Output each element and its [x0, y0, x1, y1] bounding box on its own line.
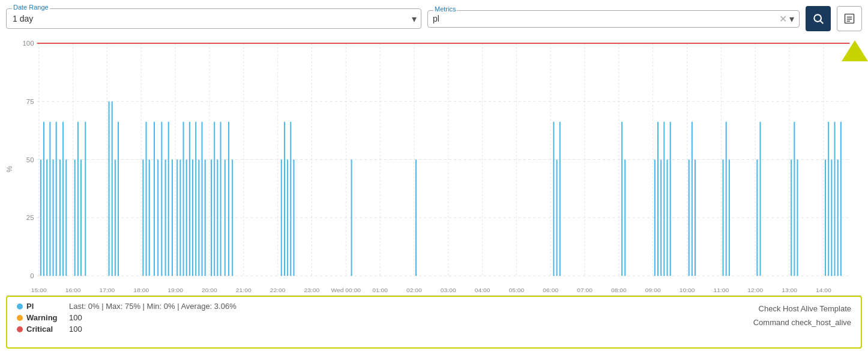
svg-rect-131 — [726, 122, 727, 276]
svg-text:01:00: 01:00 — [372, 287, 388, 293]
svg-text:25: 25 — [26, 214, 34, 221]
svg-text:05:00: 05:00 — [509, 287, 525, 293]
svg-text:08:00: 08:00 — [611, 287, 627, 293]
date-range-container: Date Range 1 day ▾ — [6, 8, 421, 29]
svg-rect-112 — [290, 122, 291, 276]
metrics-input-wrapper[interactable]: ✕ ▾ — [427, 10, 800, 28]
svg-text:%: % — [6, 166, 14, 172]
svg-rect-103 — [214, 122, 215, 276]
legend-right-line2: Command check_host_alive — [753, 316, 851, 329]
search-button[interactable] — [806, 6, 831, 31]
svg-rect-110 — [284, 122, 285, 276]
svg-rect-69 — [49, 122, 50, 276]
svg-rect-92 — [176, 160, 178, 276]
pl-stats: Last: 0% | Max: 75% | Min: 0% | Average:… — [69, 302, 237, 311]
svg-rect-79 — [109, 102, 110, 276]
svg-text:23:00: 23:00 — [304, 287, 320, 293]
chart-svg: % 100 75 50 25 0 15:00 16:00 17:00 18:00… — [6, 37, 862, 295]
svg-rect-97 — [192, 160, 193, 276]
svg-text:10:00: 10:00 — [680, 287, 695, 293]
svg-rect-138 — [825, 160, 826, 276]
chart-area: % 100 75 50 25 0 15:00 16:00 17:00 18:00… — [6, 37, 862, 296]
svg-rect-120 — [624, 160, 625, 276]
svg-rect-94 — [183, 122, 184, 276]
metrics-container: Metrics ✕ ▾ — [427, 10, 800, 28]
critical-label: Critical — [26, 325, 65, 334]
svg-text:21:00: 21:00 — [236, 287, 252, 293]
svg-rect-128 — [692, 122, 693, 276]
svg-rect-105 — [220, 122, 222, 276]
svg-rect-80 — [112, 102, 113, 276]
svg-rect-133 — [756, 160, 758, 276]
svg-rect-126 — [670, 122, 671, 276]
svg-rect-102 — [211, 160, 212, 276]
critical-value: 100 — [69, 325, 82, 334]
svg-rect-123 — [660, 160, 662, 276]
legend-item-pl: Pl Last: 0% | Max: 75% | Min: 0% | Avera… — [17, 302, 237, 311]
legend-item-warning: Warning 100 — [17, 313, 237, 322]
legend-right-line1: Check Host Alive Template — [753, 302, 851, 316]
svg-text:02:00: 02:00 — [406, 287, 422, 293]
date-range-dropdown[interactable]: 1 day — [6, 8, 421, 29]
svg-text:20:00: 20:00 — [202, 287, 217, 293]
legend-right: Check Host Alive Template Command check_… — [753, 302, 851, 330]
svg-text:17:00: 17:00 — [100, 287, 115, 293]
svg-text:0: 0 — [30, 272, 34, 279]
svg-rect-77 — [80, 160, 82, 276]
svg-rect-135 — [791, 160, 792, 276]
arrow-head — [842, 40, 868, 61]
svg-rect-111 — [287, 160, 288, 276]
search-icon — [812, 13, 824, 25]
legend-item-critical: Critical 100 — [17, 325, 237, 334]
svg-text:06:00: 06:00 — [543, 287, 558, 293]
svg-rect-121 — [654, 160, 656, 276]
svg-text:75: 75 — [26, 98, 34, 105]
metrics-chevron-icon[interactable]: ▾ — [789, 13, 794, 25]
svg-rect-84 — [146, 122, 147, 276]
svg-rect-100 — [202, 122, 203, 276]
svg-text:15:00: 15:00 — [31, 287, 47, 293]
svg-text:19:00: 19:00 — [167, 287, 183, 293]
svg-rect-89 — [165, 160, 166, 276]
svg-rect-113 — [293, 160, 294, 276]
svg-rect-119 — [621, 122, 622, 276]
svg-rect-122 — [657, 122, 659, 276]
svg-rect-98 — [195, 122, 196, 276]
svg-rect-66 — [40, 160, 41, 276]
svg-rect-71 — [56, 122, 57, 276]
metrics-clear-icon[interactable]: ✕ — [779, 13, 787, 25]
svg-rect-129 — [695, 160, 696, 276]
svg-rect-142 — [837, 160, 839, 276]
svg-rect-108 — [232, 160, 233, 276]
svg-rect-130 — [723, 160, 724, 276]
svg-rect-143 — [840, 122, 842, 276]
warning-value: 100 — [69, 313, 82, 322]
svg-rect-124 — [663, 122, 665, 276]
svg-rect-93 — [179, 160, 181, 276]
svg-rect-72 — [59, 160, 61, 276]
svg-rect-116 — [553, 122, 554, 276]
svg-text:13:00: 13:00 — [782, 287, 797, 293]
svg-text:16:00: 16:00 — [65, 287, 81, 293]
warning-label: Warning — [26, 313, 65, 322]
svg-rect-136 — [794, 122, 795, 276]
metrics-input[interactable] — [433, 14, 779, 23]
top-bar: Date Range 1 day ▾ Metrics ✕ ▾ — [0, 0, 868, 37]
pl-dot — [17, 304, 23, 310]
svg-text:50: 50 — [26, 156, 34, 163]
svg-text:11:00: 11:00 — [714, 287, 729, 293]
metrics-label: Metrics — [433, 5, 457, 13]
svg-rect-104 — [217, 160, 218, 276]
svg-rect-99 — [198, 160, 199, 276]
svg-rect-137 — [797, 160, 798, 276]
svg-rect-109 — [281, 160, 282, 276]
export-button[interactable] — [837, 6, 862, 31]
svg-text:Wed 00:00: Wed 00:00 — [331, 287, 361, 293]
svg-rect-134 — [760, 122, 761, 276]
pl-label: Pl — [26, 302, 65, 311]
svg-text:22:00: 22:00 — [270, 287, 286, 293]
svg-rect-74 — [65, 160, 67, 276]
svg-rect-101 — [205, 160, 206, 276]
svg-rect-73 — [62, 122, 64, 276]
svg-rect-114 — [351, 160, 352, 276]
